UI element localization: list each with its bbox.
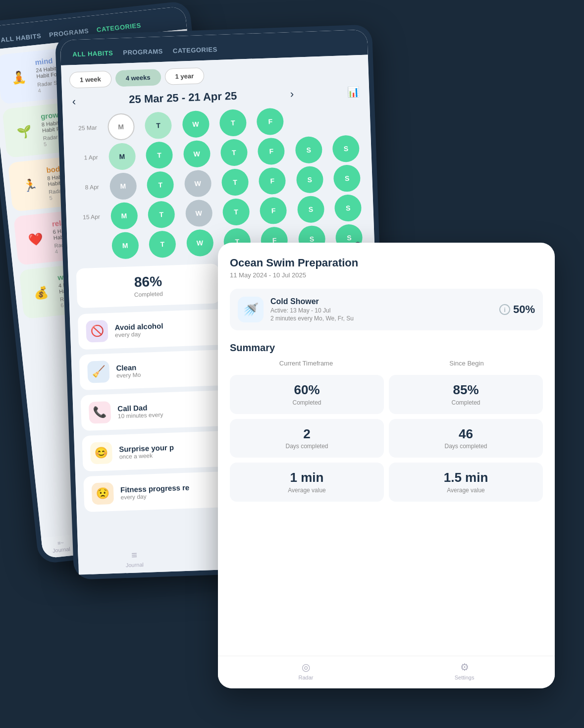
period-1year[interactable]: 1 year bbox=[164, 67, 205, 85]
mid-nav-journal[interactable]: ≡ Journal bbox=[125, 549, 144, 568]
front-bottom-nav: ◎ Radar ⚙ Settings bbox=[218, 656, 555, 688]
cal-day: W bbox=[184, 170, 212, 198]
cal-day: T bbox=[221, 168, 249, 196]
front-nav-radar[interactable]: ◎ Radar bbox=[299, 661, 314, 680]
radar-icon: ◎ bbox=[302, 661, 310, 673]
week-label-1: 1 Apr bbox=[72, 144, 103, 171]
cal-day: M bbox=[111, 232, 139, 260]
summary-current-avg: 1 min Average value bbox=[230, 463, 384, 502]
cal-day: S bbox=[334, 194, 362, 222]
cal-day: F bbox=[257, 108, 284, 136]
summary-since-avg: 1.5 min Average value bbox=[389, 463, 543, 502]
cal-next-button[interactable]: › bbox=[290, 88, 294, 101]
front-card: Ocean Swim Preparation 11 May 2024 - 10 … bbox=[218, 243, 555, 688]
cal-day: W bbox=[185, 200, 212, 227]
summary-title: Summary bbox=[230, 342, 543, 354]
cal-day: F bbox=[259, 167, 286, 195]
cal-day: M bbox=[109, 172, 137, 200]
cal-day bbox=[294, 106, 321, 134]
cal-day: T bbox=[222, 198, 250, 226]
mid-tab-all-habits[interactable]: ALL HABITS bbox=[72, 49, 113, 58]
summary-since-completed: 85% Completed bbox=[389, 375, 543, 414]
calendar-header: ‹ 25 Mar 25 - 21 Apr 25 › 📊 bbox=[70, 85, 362, 108]
back-tab-all-habits[interactable]: ALL HABITS bbox=[0, 32, 42, 44]
cal-day: T bbox=[219, 109, 247, 137]
current-days-value: 2 bbox=[237, 427, 377, 441]
completed-stat: 86% Completed bbox=[76, 263, 220, 308]
cal-day: S bbox=[332, 135, 360, 162]
habit-fitness-icon: 😟 bbox=[92, 482, 114, 505]
program-date: 11 May 2024 - 10 Jul 2025 bbox=[230, 271, 543, 279]
program-title: Ocean Swim Preparation bbox=[230, 257, 543, 269]
settings-icon: ⚙ bbox=[460, 661, 469, 673]
cold-shower-icon: 🚿 bbox=[238, 297, 264, 322]
back-nav-journal[interactable]: ≡~ Journal bbox=[52, 539, 71, 552]
habit-clean-icon: 🧹 bbox=[87, 361, 110, 383]
summary-col-labels: Current Timeframe Since Begin bbox=[230, 360, 543, 371]
mind-avatar: 🧘 bbox=[5, 64, 32, 91]
cal-day: S bbox=[333, 164, 361, 192]
cal-prev-button[interactable]: ‹ bbox=[72, 95, 76, 108]
front-nav-settings[interactable]: ⚙ Settings bbox=[455, 661, 475, 680]
current-completed-value: 60% bbox=[237, 383, 377, 397]
current-completed-label: Completed bbox=[237, 399, 377, 406]
summary-current-completed: 60% Completed bbox=[230, 375, 384, 414]
mid-tab-programs[interactable]: PROGRAMS bbox=[123, 48, 163, 56]
cal-day: S bbox=[296, 166, 323, 194]
back-tab-categories[interactable]: CATEGORIES bbox=[96, 21, 141, 33]
calendar-title: 25 Mar 25 - 21 Apr 25 bbox=[129, 90, 237, 106]
habit-avoid-alcohol-icon: 🚫 bbox=[86, 320, 108, 343]
current-days-label: Days completed bbox=[237, 443, 377, 450]
week-label-3: 15 Apr bbox=[74, 203, 105, 231]
calendar-grid: 25 Mar M T W T F 1 Apr M T W T F S S 8 A… bbox=[71, 105, 367, 260]
cal-day: T bbox=[149, 230, 176, 258]
since-completed-label: Completed bbox=[396, 399, 536, 406]
current-avg-value: 1 min bbox=[237, 470, 377, 485]
wealth-avatar: 💰 bbox=[28, 280, 54, 306]
summary-grid: 60% Completed 85% Completed 2 Days compl… bbox=[230, 375, 543, 502]
cal-day: M bbox=[110, 202, 138, 230]
cal-day: M bbox=[107, 113, 135, 141]
cal-day: W bbox=[182, 110, 210, 138]
week-label-0: 25 Mar bbox=[71, 114, 102, 142]
week-label-2: 8 Apr bbox=[73, 173, 104, 201]
cold-shower-percent: i 50% bbox=[499, 303, 535, 316]
current-avg-label: Average value bbox=[237, 487, 377, 494]
habit-call-dad-icon: 📞 bbox=[89, 401, 111, 424]
cal-day: F bbox=[258, 137, 285, 165]
cal-day: T bbox=[148, 201, 175, 228]
cal-day: T bbox=[147, 171, 174, 199]
cal-day: S bbox=[297, 196, 324, 223]
since-days-label: Days completed bbox=[396, 443, 536, 450]
since-avg-value: 1.5 min bbox=[396, 470, 536, 485]
week-label-4 bbox=[75, 233, 106, 260]
cal-day bbox=[331, 105, 359, 133]
cal-day: W bbox=[183, 140, 211, 168]
cold-shower-active: Active: 13 May - 10 Jul bbox=[270, 307, 492, 314]
cal-day: T bbox=[146, 141, 173, 169]
cal-day: T bbox=[220, 139, 248, 166]
relationships-avatar: ❤️ bbox=[23, 226, 49, 252]
cal-day: S bbox=[295, 136, 322, 164]
program-habit-item[interactable]: 🚿 Cold Shower Active: 13 May - 10 Jul 2 … bbox=[230, 289, 543, 330]
since-avg-label: Average value bbox=[396, 487, 536, 494]
cal-day: F bbox=[260, 197, 287, 224]
body-avatar: 🏃 bbox=[17, 172, 43, 199]
period-tab-bar: 1 week 4 weeks 1 year bbox=[69, 62, 361, 89]
cal-day: T bbox=[145, 111, 172, 139]
summary-since-days: 46 Days completed bbox=[389, 419, 543, 458]
cold-shower-freq: 2 minutes every Mo, We, Fr, Su bbox=[270, 315, 492, 322]
cal-day: M bbox=[108, 143, 136, 170]
info-icon[interactable]: i bbox=[499, 304, 510, 315]
since-days-value: 46 bbox=[396, 427, 536, 441]
since-completed-value: 85% bbox=[396, 383, 536, 397]
mid-tab-categories[interactable]: CATEGORIES bbox=[173, 46, 217, 54]
period-4weeks[interactable]: 4 weeks bbox=[115, 69, 161, 87]
summary-current-days: 2 Days completed bbox=[230, 419, 384, 458]
growth-avatar: 🌱 bbox=[11, 118, 38, 145]
chart-icon[interactable]: 📊 bbox=[347, 86, 360, 98]
period-1week[interactable]: 1 week bbox=[69, 71, 112, 89]
habit-surprise-icon: 😊 bbox=[90, 442, 113, 465]
cal-day: W bbox=[186, 229, 213, 257]
cold-shower-name: Cold Shower bbox=[270, 297, 492, 306]
